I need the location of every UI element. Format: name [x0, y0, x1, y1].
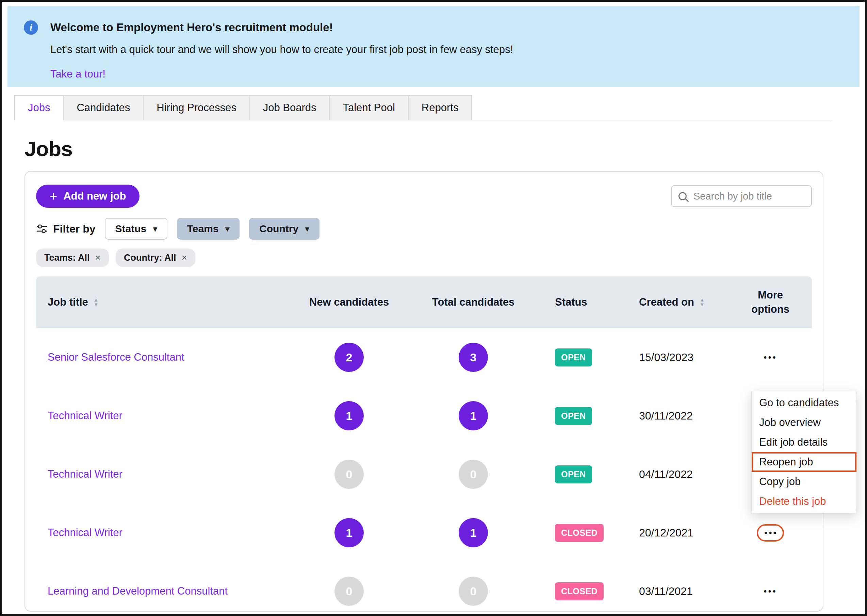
menu-item-go-to-candidates[interactable]: Go to candidates: [752, 393, 856, 413]
remove-chip-icon[interactable]: ×: [95, 252, 101, 263]
country-filter-dropdown[interactable]: Country ▾: [249, 218, 320, 240]
sort-icon[interactable]: ▲▼: [700, 297, 705, 307]
job-title-link[interactable]: Technical Writer: [36, 468, 288, 480]
status-filter-label: Status: [115, 223, 146, 234]
chip-country-label: Country: All: [124, 253, 176, 263]
created-on-date: 20/12/2021: [611, 526, 730, 539]
banner-subtitle: Let's start with a quick tour and we wil…: [50, 44, 513, 56]
more-options-button-active[interactable]: •••: [757, 524, 783, 542]
new-candidates-count: 2: [334, 343, 364, 372]
table-row: Learning and Development Consultant 0 0 …: [36, 562, 812, 611]
filter-by-label: Filter by: [36, 223, 95, 235]
job-search-box[interactable]: [671, 185, 812, 207]
total-candidates-count: 1: [459, 401, 488, 431]
chevron-down-icon: ▾: [225, 225, 230, 234]
status-filter-dropdown[interactable]: Status ▾: [105, 218, 167, 240]
created-on-date: 15/03/2023: [611, 351, 730, 364]
status-badge: CLOSED: [555, 582, 604, 600]
filter-chip-country: Country: All ×: [116, 248, 195, 267]
total-candidates-count: 3: [459, 343, 488, 372]
jobs-table: Job title ▲▼ New candidates Total candid…: [36, 277, 812, 611]
status-badge: CLOSED: [555, 524, 604, 542]
jobs-card: + Add new job Filter by: [25, 171, 823, 611]
status-badge: OPEN: [555, 465, 592, 483]
menu-item-delete-this-job[interactable]: Delete this job: [752, 492, 856, 511]
filter-by-text: Filter by: [53, 223, 95, 235]
created-on-date: 04/11/2022: [611, 468, 730, 481]
table-row: Technical Writer 1 1 OPEN 30/11/2022 •••: [36, 387, 812, 445]
more-options-menu: Go to candidates Job overview Edit job d…: [751, 391, 857, 513]
add-new-job-button[interactable]: + Add new job: [36, 185, 140, 208]
created-on-date: 30/11/2022: [611, 410, 730, 422]
menu-item-job-overview[interactable]: Job overview: [752, 413, 856, 432]
info-icon: i: [24, 20, 38, 35]
total-candidates-count: 0: [459, 577, 488, 606]
teams-filter-dropdown[interactable]: Teams ▾: [177, 218, 240, 240]
new-candidates-count: 0: [334, 460, 364, 489]
job-title-link[interactable]: Senior Salesforce Consultant: [36, 351, 288, 363]
col-total-candidates: Total candidates: [410, 296, 536, 308]
tab-reports[interactable]: Reports: [408, 95, 472, 120]
more-options-button[interactable]: •••: [760, 349, 781, 365]
welcome-banner: i Welcome to Employment Hero's recruitme…: [8, 6, 859, 87]
status-badge: OPEN: [555, 349, 592, 366]
filter-sliders-icon: [36, 224, 47, 234]
table-row: Technical Writer 1 1 CLOSED 20/12/2021 •…: [36, 503, 812, 562]
chip-teams-label: Teams: All: [44, 253, 90, 263]
banner-title: Welcome to Employment Hero's recruitment…: [50, 20, 513, 34]
teams-filter-label: Teams: [187, 223, 219, 234]
app-window: i Welcome to Employment Hero's recruitme…: [0, 0, 867, 616]
col-status: Status: [536, 296, 611, 308]
add-new-job-label: Add new job: [63, 190, 126, 202]
table-header: Job title ▲▼ New candidates Total candid…: [36, 277, 812, 328]
total-candidates-count: 0: [459, 460, 488, 489]
col-new-candidates: New candidates: [288, 296, 410, 308]
more-options-button[interactable]: •••: [760, 583, 781, 599]
main-tabs: Jobs Candidates Hiring Processes Job Boa…: [14, 95, 832, 120]
col-more-options: More options: [730, 288, 810, 316]
take-a-tour-link[interactable]: Take a tour!: [50, 68, 106, 80]
plus-icon: +: [50, 190, 57, 203]
country-filter-label: Country: [259, 223, 298, 234]
menu-item-reopen-job[interactable]: Reopen job: [752, 452, 856, 472]
chevron-down-icon: ▾: [305, 225, 309, 234]
page-title: Jobs: [25, 137, 865, 161]
new-candidates-count: 1: [334, 401, 364, 431]
tab-talent-pool[interactable]: Talent Pool: [329, 95, 408, 120]
tab-hiring-processes[interactable]: Hiring Processes: [143, 95, 250, 120]
chevron-down-icon: ▾: [153, 225, 157, 234]
job-title-link[interactable]: Technical Writer: [36, 410, 288, 422]
job-title-link[interactable]: Learning and Development Consultant: [36, 585, 288, 597]
col-job-title: Job title: [47, 296, 88, 308]
status-badge: OPEN: [555, 407, 592, 425]
table-row: Senior Salesforce Consultant 2 3 OPEN 15…: [36, 328, 812, 387]
col-created-on: Created on: [639, 296, 694, 308]
table-row: Technical Writer 0 0 OPEN 04/11/2022 •••: [36, 445, 812, 503]
sort-icon[interactable]: ▲▼: [94, 297, 99, 307]
job-title-link[interactable]: Technical Writer: [36, 526, 288, 539]
menu-item-edit-job-details[interactable]: Edit job details: [752, 432, 856, 452]
tab-jobs[interactable]: Jobs: [14, 95, 64, 120]
remove-chip-icon[interactable]: ×: [181, 252, 187, 263]
new-candidates-count: 0: [334, 577, 364, 606]
created-on-date: 03/11/2021: [611, 585, 730, 598]
search-input[interactable]: [693, 190, 804, 202]
search-icon: [678, 192, 687, 200]
tab-candidates[interactable]: Candidates: [63, 95, 143, 120]
filter-chip-teams: Teams: All ×: [36, 248, 109, 267]
total-candidates-count: 1: [459, 518, 488, 547]
tab-job-boards[interactable]: Job Boards: [249, 95, 330, 120]
new-candidates-count: 1: [334, 518, 364, 547]
menu-item-copy-job[interactable]: Copy job: [752, 472, 856, 492]
